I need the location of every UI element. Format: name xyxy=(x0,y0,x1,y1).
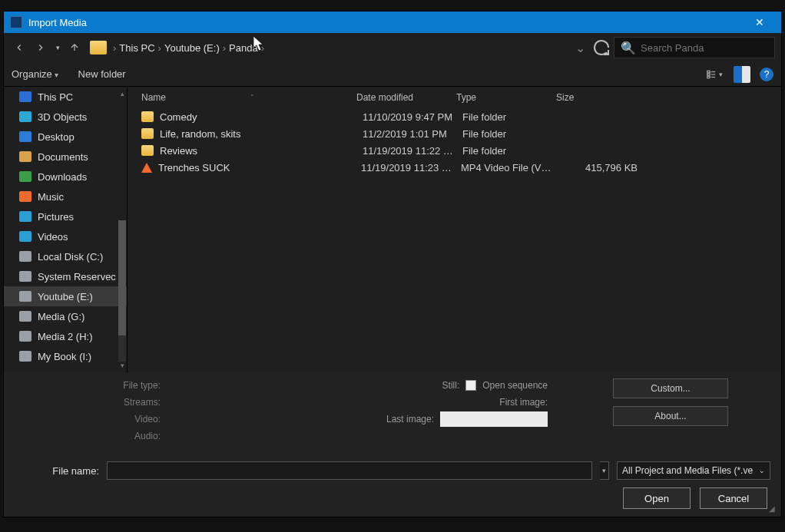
label-streams: Streams: xyxy=(15,394,161,411)
new-folder-button[interactable]: New folder xyxy=(78,68,126,80)
tree-item[interactable]: Media (G:) xyxy=(4,306,127,326)
chevron-right-icon: › xyxy=(113,42,116,54)
cancel-button[interactable]: Cancel xyxy=(700,487,767,509)
view-options-button[interactable]: ▾ xyxy=(701,66,727,83)
toolbar: Organize New folder ▾ ? xyxy=(4,62,781,87)
dialog-body: This PC3D ObjectsDesktopDocumentsDownloa… xyxy=(4,87,781,372)
folder-icon xyxy=(141,145,154,156)
crumb-youtube-e[interactable]: Youtube (E:) xyxy=(164,42,220,54)
file-row[interactable]: Reviews11/19/2019 11:22 …File folder xyxy=(128,142,781,159)
file-size: 415,796 KB xyxy=(561,162,638,173)
tree-item-label: Local Disk (C:) xyxy=(38,251,103,263)
open-sequence-checkbox[interactable] xyxy=(465,380,476,391)
obj3d-icon xyxy=(19,111,31,122)
tree-item-label: Media (G:) xyxy=(38,311,84,322)
recent-dropdown-icon[interactable]: ▾ xyxy=(53,38,62,57)
docs-icon xyxy=(19,151,31,162)
music-icon xyxy=(19,191,31,202)
tree-item[interactable]: Downloads xyxy=(4,167,127,187)
tree-item[interactable]: Pictures xyxy=(4,207,127,226)
col-size[interactable]: Size xyxy=(556,92,618,103)
col-type[interactable]: Type xyxy=(456,92,556,103)
search-icon: 🔍 xyxy=(621,41,636,55)
refresh-button[interactable] xyxy=(592,38,611,57)
back-button[interactable] xyxy=(10,38,28,57)
import-media-dialog: Import Media ✕ ▾ › This PC › Youtube (E:… xyxy=(3,11,782,517)
tree-item-label: Videos xyxy=(38,231,68,243)
tree-item[interactable]: Videos xyxy=(4,226,127,246)
lower-panel: File type: Streams: Video: Audio: Still:… xyxy=(4,372,781,517)
file-row[interactable]: Life, random, skits11/2/2019 1:01 PMFile… xyxy=(128,125,781,142)
label-video: Video: xyxy=(15,411,161,428)
file-name-dropdown-icon[interactable]: ▾ xyxy=(600,461,609,480)
file-date: 11/10/2019 9:47 PM xyxy=(363,111,462,123)
organize-button[interactable]: Organize xyxy=(12,68,58,80)
tree-item[interactable]: Music xyxy=(4,187,127,207)
tree-item[interactable]: Desktop xyxy=(4,127,127,147)
tree-item-label: Downloads xyxy=(38,171,87,183)
tree-item-label: 3D Objects xyxy=(38,111,87,123)
desktop-icon xyxy=(19,131,31,142)
folder-icon xyxy=(141,111,154,122)
up-button[interactable] xyxy=(65,38,84,57)
tree-item[interactable]: Media 2 (H:) xyxy=(4,326,127,346)
custom-button[interactable]: Custom... xyxy=(613,378,728,398)
tree-item[interactable]: Youtube (E:) xyxy=(4,286,127,306)
svg-rect-2 xyxy=(707,76,710,78)
file-name: Reviews xyxy=(160,145,363,157)
tree-item-label: Youtube (E:) xyxy=(38,291,93,302)
col-date[interactable]: Date modified xyxy=(356,92,456,103)
window-title: Import Media xyxy=(28,17,744,28)
meta-labels: File type: Streams: Video: Audio: xyxy=(15,377,168,444)
about-button[interactable]: About... xyxy=(613,406,728,426)
searchbox[interactable]: 🔍 xyxy=(614,37,775,58)
tree-item[interactable]: Documents xyxy=(4,147,127,167)
help-button[interactable]: ? xyxy=(760,68,773,81)
tree-item[interactable]: 3D Objects xyxy=(4,107,127,127)
action-bar: Open Cancel xyxy=(15,487,770,509)
pc-icon xyxy=(19,91,31,102)
file-row[interactable]: Comedy11/10/2019 9:47 PMFile folder xyxy=(128,108,781,125)
chevron-right-icon: › xyxy=(158,42,161,54)
file-filter-select[interactable]: All Project and Media Files (*.ve ⌄ xyxy=(617,461,770,480)
crumb-panda[interactable]: Panda xyxy=(229,42,258,54)
file-row[interactable]: Trenches SUCK11/19/2019 11:23 …MP4 Video… xyxy=(128,159,781,176)
last-image-input[interactable] xyxy=(440,411,548,427)
chevron-right-icon: › xyxy=(261,42,264,54)
meta-right: Custom... About... xyxy=(571,377,770,426)
file-rows: Comedy11/10/2019 9:47 PMFile folderLife,… xyxy=(128,108,781,372)
file-name: Life, random, skits xyxy=(160,128,363,140)
column-headers: Name˄ Date modified Type Size xyxy=(128,87,781,108)
col-name[interactable]: Name˄ xyxy=(141,92,356,103)
file-date: 11/2/2019 1:01 PM xyxy=(363,128,462,140)
crumb-this-pc[interactable]: This PC xyxy=(119,42,154,54)
tree-item[interactable]: System Reservec xyxy=(4,266,127,286)
preview-pane-button[interactable] xyxy=(734,66,750,83)
breadcrumb-dropdown-icon[interactable]: ⌄ xyxy=(571,41,589,55)
disk-icon xyxy=(19,331,31,342)
tree-item[interactable]: Local Disk (C:) xyxy=(4,246,127,266)
scroll-up-icon[interactable]: ▴ xyxy=(118,90,127,97)
file-name-input[interactable] xyxy=(107,461,592,480)
search-input[interactable] xyxy=(641,42,770,54)
tree-scrollbar[interactable]: ▴ ▾ xyxy=(118,90,127,369)
label-last-image: Last image: xyxy=(386,414,434,425)
filename-bar: File name: ▾ All Project and Media Files… xyxy=(15,461,770,480)
file-list-area: Name˄ Date modified Type Size Comedy11/1… xyxy=(127,87,781,372)
open-button[interactable]: Open xyxy=(623,487,691,509)
tree-item[interactable]: This PC xyxy=(4,87,127,107)
resize-grip-icon[interactable]: ◢ xyxy=(769,504,778,514)
close-button[interactable]: ✕ xyxy=(744,12,775,33)
tree-item-label: System Reservec xyxy=(38,271,116,283)
titlebar: Import Media ✕ xyxy=(4,12,781,33)
scroll-thumb[interactable] xyxy=(118,220,126,335)
label-first-image: First image: xyxy=(499,397,548,408)
scroll-down-icon[interactable]: ▾ xyxy=(118,362,127,369)
nav-row: ▾ › This PC › Youtube (E:) › Panda › ⌄ 🔍 xyxy=(4,33,781,62)
forward-button[interactable] xyxy=(31,38,50,57)
tree-item[interactable]: My Book (I:) xyxy=(4,346,127,366)
disk-icon xyxy=(19,311,31,322)
videos-icon xyxy=(19,231,31,242)
file-filter-label: All Project and Media Files (*.ve xyxy=(622,465,753,476)
tree-item-label: Documents xyxy=(38,151,88,163)
